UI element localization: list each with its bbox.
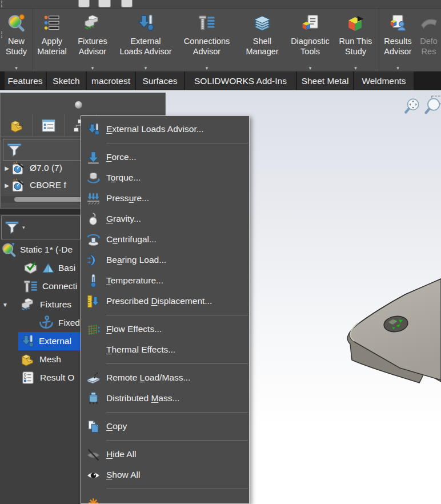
chevron-down-icon[interactable]: ▾: [354, 65, 357, 71]
tab-property-manager[interactable]: [33, 114, 65, 137]
ribbon-button-fixtures-advisor[interactable]: FixturesAdvisor ▾: [71, 9, 114, 71]
study-filter-box[interactable]: ▾: [1, 215, 81, 239]
tree-item-fixtures[interactable]: ▼ Fixtures: [0, 295, 81, 314]
menu-item-temperature[interactable]: Temperature...: [81, 270, 249, 291]
ribbon-button-external-loads-advisor[interactable]: ExternalLoads Advisor ▾: [114, 9, 177, 71]
chevron-down-icon[interactable]: ▾: [91, 65, 94, 71]
filter-funnel-icon: [4, 219, 20, 235]
ribbon-button-run-this-study[interactable]: Run ThisStudy ▾: [332, 9, 379, 71]
ribbon-button-connections-advisor[interactable]: ConnectionsAdvisor ▾: [177, 9, 236, 71]
ribbon-button-results-advisor[interactable]: ResultsAdvisor ▾: [379, 9, 416, 71]
chevron-down-icon[interactable]: ▾: [15, 65, 18, 71]
tree-item-label: Fixed: [58, 318, 80, 328]
panel-divider: [0, 209, 81, 214]
tree-item-label: Result O: [40, 373, 74, 383]
menu-item-remote-load-mass[interactable]: Remote Load/Mass...: [81, 367, 249, 388]
result-options-icon: [21, 370, 35, 385]
gravity-icon: [86, 211, 101, 226]
menu-separator: [106, 489, 248, 489]
tab-sheet-metal[interactable]: Sheet Metal: [297, 71, 353, 90]
quick-access-icon[interactable]: [78, 0, 90, 7]
hide-all-icon: [86, 447, 101, 462]
torque-icon: [86, 170, 101, 185]
remote-load-icon: [86, 370, 101, 385]
ribbon-button-deformed-result: DefoRes: [416, 9, 441, 71]
menu-item-copy[interactable]: Copy: [81, 416, 249, 437]
ribbon-button-shell-manager[interactable]: ShellManager: [236, 9, 288, 71]
panel-splitter[interactable]: [1, 93, 165, 114]
zoom-to-fit-icon[interactable]: [402, 97, 422, 117]
command-tab-bar: Features Sketch macrotest Surfaces SOLID…: [0, 71, 441, 90]
chevron-down-icon[interactable]: ▾: [145, 65, 147, 71]
centrifugal-icon: [86, 232, 101, 247]
titlebar-fragment: [0, 0, 441, 9]
solid-body-icon: [41, 261, 55, 275]
tab-feature-manager[interactable]: [1, 114, 33, 137]
chevron-down-icon[interactable]: ▾: [309, 65, 312, 71]
options-gear-icon: [86, 495, 101, 504]
tab-macrotest[interactable]: macrotest: [87, 71, 135, 90]
ribbon-button-diagnostic-tools[interactable]: DiagnosticTools ▾: [288, 9, 332, 71]
tree-item-label: Fixtures: [40, 299, 71, 310]
run-this-study-icon: [346, 11, 366, 34]
menu-item-partial-bottom[interactable]: [81, 493, 249, 504]
menu-item-thermal-effects[interactable]: Thermal Effects...: [81, 339, 249, 360]
tab-surfaces[interactable]: Surfaces: [136, 71, 184, 90]
tree-item-external-loads[interactable]: External: [18, 332, 81, 350]
menu-item-bearing-load[interactable]: Bearing Load...: [81, 250, 249, 270]
results-advisor-icon: [389, 11, 407, 34]
tab-sketch[interactable]: Sketch: [47, 71, 86, 90]
hole-wizard-icon: [11, 178, 26, 193]
menu-item-distributed-mass[interactable]: Distributed Mass...: [81, 388, 249, 409]
expand-caret-icon[interactable]: ▶: [3, 182, 11, 189]
tree-item-fixed[interactable]: Fixed: [0, 314, 81, 332]
menu-item-force[interactable]: Force...: [81, 147, 249, 167]
ribbon-button-new-study[interactable]: NewStudy ▾: [0, 9, 33, 71]
external-loads-icon: [136, 11, 155, 34]
tree-item-label: External: [39, 336, 71, 346]
fixtures-icon: [21, 297, 36, 313]
tree-item-static-study[interactable]: Static 1* (-De: [0, 241, 81, 259]
menu-separator: [106, 363, 248, 364]
tree-item-part[interactable]: Basi: [0, 259, 81, 277]
chevron-down-icon[interactable]: ▾: [396, 65, 399, 71]
static-study-icon: [1, 242, 17, 258]
tree-item-result-options[interactable]: Result O: [0, 369, 81, 387]
zoom-to-area-icon[interactable]: [423, 95, 441, 117]
menu-separator: [106, 440, 248, 441]
quick-access-icon[interactable]: [121, 0, 133, 7]
chevron-down-icon[interactable]: ▾: [206, 65, 209, 71]
tab-solidworks-add-ins[interactable]: SOLIDWORKS Add-Ins: [185, 71, 296, 90]
menu-separator: [106, 143, 248, 143]
menu-item-torque[interactable]: Torque...: [81, 167, 249, 188]
menu-item-pressure[interactable]: Pressure...: [81, 188, 249, 209]
tab-weldments[interactable]: Weldments: [354, 71, 414, 90]
splitter-handle-icon[interactable]: [75, 101, 82, 109]
collapse-caret-icon[interactable]: ▼: [1, 302, 9, 308]
menu-item-prescribed-displacement[interactable]: Prescribed Displacement...: [81, 291, 249, 311]
toolbar-grip[interactable]: [1, 1, 2, 7]
filter-dropdown-caret-icon[interactable]: ▾: [22, 225, 25, 230]
force-icon: [86, 150, 101, 165]
filter-funnel-icon: [6, 141, 23, 158]
tree-item-label: Basi: [58, 263, 75, 273]
pressure-icon: [86, 191, 101, 206]
menu-item-external-loads-advisor[interactable]: External Loads Advisor...: [81, 119, 249, 139]
prescribed-displacement-icon: [86, 294, 101, 309]
diagnostic-tools-icon: [301, 11, 319, 34]
tree-item-mesh[interactable]: Mesh: [0, 350, 81, 369]
quick-access-icon[interactable]: [98, 0, 111, 7]
menu-item-hide-all[interactable]: Hide All: [81, 444, 249, 465]
tab-features[interactable]: Features: [5, 71, 46, 90]
part-icon: [9, 118, 25, 134]
ribbon-button-apply-material[interactable]: ApplyMaterial: [33, 9, 71, 71]
tree-item-connections[interactable]: Connecti: [0, 277, 81, 295]
part-model[interactable]: [320, 262, 441, 410]
menu-item-centrifugal[interactable]: Centrifugal...: [81, 229, 249, 250]
menu-item-gravity[interactable]: Gravity...: [81, 209, 249, 229]
expand-caret-icon[interactable]: ▶: [3, 165, 11, 171]
menu-item-show-all[interactable]: Show All: [81, 465, 249, 485]
external-loads-context-menu: External Loads Advisor... Force... Torqu…: [81, 115, 250, 504]
menu-item-flow-effects[interactable]: Flow Effects...: [81, 319, 249, 339]
copy-icon: [86, 419, 101, 434]
